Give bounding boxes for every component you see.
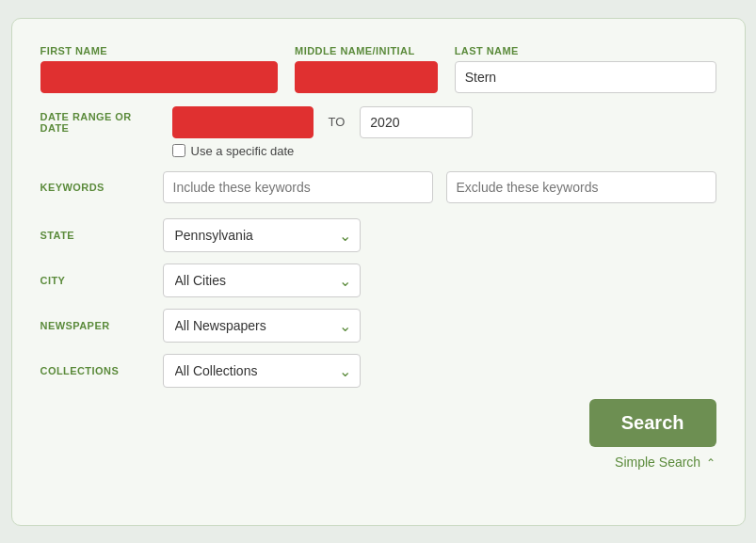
to-label: TO <box>329 115 346 129</box>
newspaper-select[interactable]: All Newspapers The Philadelphia Inquirer… <box>163 309 361 343</box>
state-select[interactable]: Pennsylvania New York Ohio Texas Califor… <box>163 218 361 252</box>
date-to-input[interactable] <box>360 106 473 138</box>
state-label: STATE <box>40 230 163 241</box>
specific-date-label[interactable]: Use a specific date <box>191 144 295 158</box>
middle-name-group: MIDDLE NAME/INITIAL <box>295 45 438 93</box>
keywords-row: KEYWORDS <box>40 171 716 203</box>
chevron-up-icon: ⌃ <box>703 456 716 470</box>
first-name-label: FIRST NAME <box>40 45 279 56</box>
last-name-group: LAST NAME <box>455 45 716 93</box>
include-keywords-input[interactable] <box>163 171 433 203</box>
specific-date-row: Use a specific date <box>172 144 716 158</box>
state-select-wrapper: Pennsylvania New York Ohio Texas Califor… <box>163 218 361 252</box>
middle-name-label: MIDDLE NAME/INITIAL <box>295 45 438 56</box>
last-name-label: LAST NAME <box>455 45 716 56</box>
city-label: CITY <box>40 275 163 286</box>
bottom-row: Search <box>40 399 716 447</box>
collections-row: COLLECTIONS All Collections Historic Rec… <box>40 354 716 388</box>
newspaper-label: NEWSPAPER <box>40 320 163 331</box>
specific-date-checkbox[interactable] <box>172 144 185 157</box>
date-from-col <box>172 106 314 138</box>
middle-name-input[interactable] <box>295 61 438 93</box>
first-name-group: FIRST NAME <box>40 45 279 93</box>
state-row: STATE Pennsylvania New York Ohio Texas C… <box>40 218 716 252</box>
exclude-keywords-input[interactable] <box>446 171 716 203</box>
city-select-wrapper: All Cities Philadelphia Pittsburgh Harri… <box>163 264 361 297</box>
last-name-input[interactable] <box>455 61 716 93</box>
first-name-input[interactable] <box>40 61 279 93</box>
simple-search-label: Simple Search <box>615 455 700 470</box>
simple-search-link[interactable]: Simple Search ⌃ <box>615 455 716 470</box>
collections-select-wrapper: All Collections Historic Recent ⌄ <box>163 354 361 388</box>
newspaper-select-wrapper: All Newspapers The Philadelphia Inquirer… <box>163 309 361 343</box>
city-select[interactable]: All Cities Philadelphia Pittsburgh Harri… <box>163 264 361 297</box>
keywords-label: KEYWORDS <box>40 182 163 193</box>
collections-label: COLLECTIONS <box>40 365 163 376</box>
date-to-col <box>360 106 473 138</box>
date-from-input[interactable] <box>172 106 314 138</box>
date-row: DATE RANGE OR DATE TO <box>40 106 716 138</box>
newspaper-row: NEWSPAPER All Newspapers The Philadelphi… <box>40 309 716 343</box>
date-label: DATE RANGE OR DATE <box>40 111 163 134</box>
city-row: CITY All Cities Philadelphia Pittsburgh … <box>40 264 716 297</box>
search-button[interactable]: Search <box>589 399 716 447</box>
keywords-inputs <box>163 171 716 203</box>
collections-select[interactable]: All Collections Historic Recent <box>163 354 361 388</box>
simple-search-row: Simple Search ⌃ <box>40 455 716 470</box>
search-form-card: FIRST NAME MIDDLE NAME/INITIAL LAST NAME… <box>11 18 746 526</box>
name-row: FIRST NAME MIDDLE NAME/INITIAL LAST NAME <box>40 45 716 93</box>
